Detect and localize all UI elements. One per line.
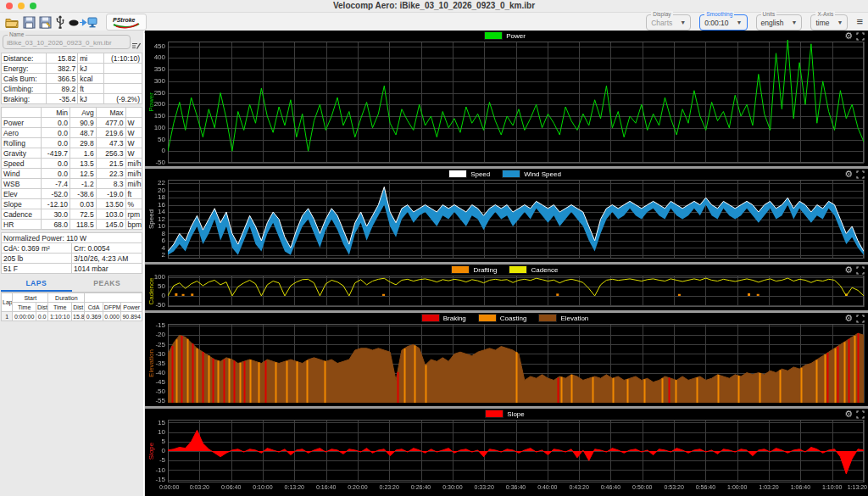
- summary-unit: kcal: [78, 74, 104, 84]
- summary-value: 89.2: [47, 84, 78, 94]
- lap-column-header: Time: [13, 303, 36, 312]
- avg-column-header: Avg: [70, 108, 96, 118]
- metric-row: Power0.090.9477.0W: [2, 118, 142, 128]
- gear-icon[interactable]: ⚙: [844, 170, 853, 179]
- lap-table-column-header: TimeDistTimeDistCdADFPMPower: [2, 303, 142, 312]
- metric-label: Wind: [2, 169, 42, 179]
- lap-value: 0.000: [103, 312, 121, 321]
- panel-tools: ⚙: [844, 265, 865, 275]
- slope-chart[interactable]: [145, 409, 868, 496]
- metric-row: Speed0.013.521.5mi/h: [2, 159, 142, 169]
- expand-icon[interactable]: [856, 410, 865, 419]
- xaxis-select[interactable]: time▼: [815, 19, 843, 27]
- import-from-device-button[interactable]: [69, 14, 97, 30]
- gear-icon[interactable]: ⚙: [844, 31, 853, 41]
- cadence-chart-panel: DraftingCadence ⚙: [145, 265, 868, 310]
- normalized-power: Normalized Power: 110 W: [2, 233, 142, 243]
- summary-extra: [103, 64, 142, 74]
- save-as-button[interactable]: [39, 14, 52, 30]
- metric-label: Power: [2, 118, 42, 128]
- pstroke-button[interactable]: PStroke: [106, 14, 147, 31]
- metric-unit: %: [125, 199, 142, 209]
- expand-icon[interactable]: [856, 170, 865, 179]
- gear-icon[interactable]: ⚙: [844, 410, 853, 419]
- toolbar-settings: Display Charts▼ Smoothing 0:00:10▼ Units…: [646, 14, 863, 31]
- metric-row: Slope-12.100.0313.50%: [2, 199, 142, 209]
- expand-icon[interactable]: [856, 266, 865, 275]
- units-select[interactable]: english▼: [761, 19, 798, 27]
- expand-icon[interactable]: [856, 315, 865, 323]
- metric-max: 21.5: [96, 159, 125, 169]
- metric-unit: W: [125, 118, 142, 128]
- zoom-button[interactable]: [30, 3, 36, 9]
- metric-label: Speed: [2, 159, 42, 169]
- lap-value: 0.0: [36, 312, 47, 321]
- tab-peaks[interactable]: PEAKS: [72, 276, 143, 292]
- metric-min: 0.0: [42, 138, 70, 148]
- gear-icon[interactable]: ⚙: [844, 314, 853, 323]
- ride-name-box[interactable]: Name iBike_03_10_2026_0923_0_km.ibr: [3, 35, 131, 49]
- summary-label: Cals Burn:: [2, 74, 47, 84]
- minimize-button[interactable]: [18, 3, 25, 9]
- metric-avg: 90.9: [70, 118, 96, 128]
- crr-value: Crr: 0.0054: [72, 243, 142, 254]
- metrics-header-row: Min Avg Max: [2, 108, 142, 118]
- expand-icon[interactable]: [856, 32, 865, 41]
- metric-avg: 118.5: [70, 220, 96, 230]
- table-row: 205 lb3/10/26, 4:23 AM: [2, 254, 142, 264]
- lap-value: 1:10:10: [48, 312, 72, 321]
- summary-label: Distance:: [2, 53, 47, 64]
- summary-unit: kJ: [78, 94, 104, 104]
- summary-row: Cals Burn:366.5kcal: [2, 74, 142, 84]
- lap-row[interactable]: 10:00:000.01:10:1015.80.3690.00090.894: [2, 312, 142, 321]
- metric-label: Slope: [2, 199, 42, 209]
- table-row: CdA: 0.369 m²Crr: 0.0054: [2, 243, 142, 254]
- elevation-chart[interactable]: [145, 313, 868, 406]
- summary-value: 15.82: [47, 53, 78, 64]
- smoothing-select[interactable]: 0:00:10▼: [704, 19, 742, 27]
- smoothing-group: Smoothing 0:00:10▼: [699, 14, 747, 31]
- summary-extra: [103, 74, 142, 84]
- usb-connect-button[interactable]: [55, 14, 65, 30]
- summary-row: Climbing:89.2ft: [2, 84, 142, 94]
- panel-tools: ⚙: [844, 31, 865, 41]
- metric-min: 0.0: [42, 169, 70, 179]
- metric-row: Wind0.012.522.3mi/h: [2, 169, 142, 179]
- pstroke-logo-icon: PStroke: [111, 15, 142, 29]
- power-chart[interactable]: [145, 31, 868, 166]
- min-column-header: Min: [42, 108, 70, 118]
- duration-group-header: Duration: [48, 293, 85, 303]
- panel-tools: ⚙: [844, 314, 865, 323]
- metric-row: Gravity-419.71.6256.3W: [2, 148, 142, 159]
- lap-value: 0.369: [85, 312, 103, 321]
- lap-value: 0:00:00: [13, 312, 36, 321]
- xaxis-group-label: X-Axis: [815, 11, 835, 17]
- display-select[interactable]: Charts▼: [651, 19, 686, 27]
- cda-value: CdA: 0.369 m²: [2, 243, 72, 254]
- tab-laps[interactable]: LAPS: [1, 276, 72, 292]
- table-row: Normalized Power: 110 W: [2, 233, 142, 243]
- lap-number: 1: [2, 312, 13, 321]
- save-icon: [23, 16, 36, 29]
- metric-min: -12.10: [42, 199, 70, 209]
- metric-label: Rolling: [2, 138, 42, 148]
- menu-icon[interactable]: ≡: [856, 17, 863, 27]
- summary-value: 366.5: [47, 74, 78, 84]
- metric-avg: 29.8: [70, 138, 96, 148]
- gear-icon[interactable]: ⚙: [844, 265, 853, 275]
- save-button[interactable]: [23, 14, 36, 30]
- slope-chart-panel: Slope ⚙: [145, 409, 868, 496]
- metric-unit: mi/h: [125, 179, 142, 189]
- metric-avg: 12.5: [70, 169, 96, 179]
- laps-peaks-tabs: LAPS PEAKS: [1, 276, 142, 293]
- lap-column-header: CdA: [85, 303, 103, 312]
- rider-weight: 205 lb: [2, 254, 72, 264]
- edit-name-icon[interactable]: [132, 38, 141, 53]
- close-button[interactable]: [6, 3, 13, 9]
- metric-min: 68.0: [42, 220, 70, 230]
- speed-chart[interactable]: [145, 169, 868, 262]
- units-group: Units english▼: [756, 14, 803, 31]
- cadence-chart[interactable]: [145, 265, 868, 310]
- open-file-button[interactable]: [5, 14, 19, 30]
- titlebar: Velocomp Aero: iBike_03_10_2026_0923_0_k…: [0, 0, 868, 13]
